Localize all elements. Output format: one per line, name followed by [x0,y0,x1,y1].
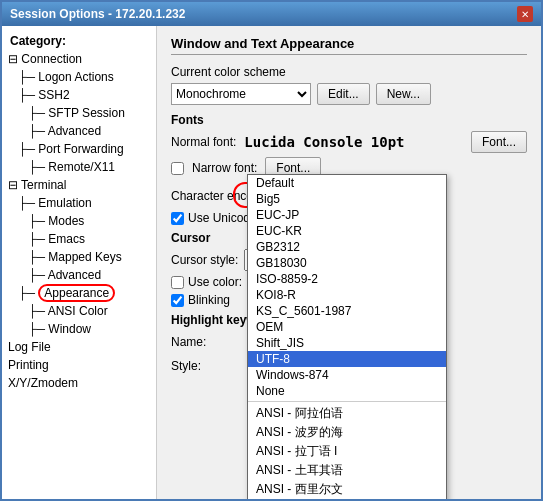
cursor-style-label: Cursor style: [171,253,238,267]
blinking-label: Blinking [188,293,230,307]
dropdown-item[interactable]: Default [248,175,446,191]
encoding-dropdown[interactable]: DefaultBig5EUC-JPEUC-KRGB2312GB18030ISO-… [247,174,447,499]
dropdown-item[interactable]: UTF-8 [248,351,446,367]
dropdown-item[interactable]: KS_C_5601-1987 [248,303,446,319]
session-options-window: Session Options - 172.20.1.232 ✕ Categor… [0,0,543,501]
dropdown-item[interactable]: EUC-JP [248,207,446,223]
dropdown-separator [248,401,446,402]
sidebar-item-sftp-session[interactable]: ├─ SFTP Session [2,104,156,122]
normal-font-value: Lucida Console 10pt [244,134,463,150]
sidebar-item-advanced-ssh2[interactable]: ├─ Advanced [2,122,156,140]
edit-button[interactable]: Edit... [317,83,370,105]
sidebar-item-remote-x11[interactable]: ├─ Remote/X11 [2,158,156,176]
sidebar-item-emacs[interactable]: ├─ Emacs [2,230,156,248]
dropdown-item[interactable]: GB18030 [248,255,446,271]
dropdown-item[interactable]: Windows-874 [248,367,446,383]
normal-font-button[interactable]: Font... [471,131,527,153]
fonts-label: Fonts [171,113,527,127]
dropdown-item[interactable]: KOI8-R [248,287,446,303]
new-button[interactable]: New... [376,83,431,105]
dropdown-item[interactable]: ANSI - 土耳其语 [248,461,446,480]
narrow-font-label: Narrow font: [192,161,257,175]
color-scheme-row: Monochrome Edit... New... [171,83,527,105]
sidebar-item-connection[interactable]: ⊟ Connection [2,50,156,68]
narrow-font-checkbox[interactable] [171,162,184,175]
dropdown-item[interactable]: OEM [248,319,446,335]
fonts-section: Fonts Normal font: Lucida Console 10pt F… [171,113,527,179]
dropdown-item[interactable]: Shift_JIS [248,335,446,351]
normal-font-row: Normal font: Lucida Console 10pt Font... [171,131,527,153]
main-content: Category: ⊟ Connection├─ Logon Actions├─… [2,26,541,499]
blinking-checkbox[interactable] [171,294,184,307]
category-label: Category: [2,32,156,50]
sidebar-item-printing[interactable]: Printing [2,356,156,374]
section-title: Window and Text Appearance [171,36,527,55]
sidebar-item-mapped-keys[interactable]: ├─ Mapped Keys [2,248,156,266]
normal-font-label: Normal font: [171,135,236,149]
dropdown-item[interactable]: ISO-8859-2 [248,271,446,287]
sidebar-item-ssh2[interactable]: ├─ SSH2 [2,86,156,104]
dropdown-item[interactable]: ANSI - 波罗的海 [248,423,446,442]
dropdown-item[interactable]: ANSI - 西里尔文 [248,480,446,499]
dropdown-item[interactable]: ANSI - 阿拉伯语 [248,404,446,423]
color-scheme-select[interactable]: Monochrome [171,83,311,105]
sidebar-item-terminal[interactable]: ⊟ Terminal [2,176,156,194]
sidebar-item-appearance[interactable]: ├─ Appearance [2,284,156,302]
use-color-checkbox[interactable] [171,276,184,289]
sidebar-item-xyz-modem[interactable]: X/Y/Zmodem [2,374,156,392]
sidebar-item-modes[interactable]: ├─ Modes [2,212,156,230]
dropdown-item[interactable]: EUC-KR [248,223,446,239]
close-button[interactable]: ✕ [517,6,533,22]
sidebar-item-log-file[interactable]: Log File [2,338,156,356]
dropdown-item[interactable]: GB2312 [248,239,446,255]
sidebar-item-logon-actions[interactable]: ├─ Logon Actions [2,68,156,86]
sidebar-item-emulation[interactable]: ├─ Emulation [2,194,156,212]
main-panel: Window and Text Appearance Current color… [157,26,541,499]
category-sidebar: Category: ⊟ Connection├─ Logon Actions├─… [2,26,157,499]
dropdown-item[interactable]: Big5 [248,191,446,207]
title-bar: Session Options - 172.20.1.232 ✕ [2,2,541,26]
dropdown-item[interactable]: ANSI - 拉丁语 I [248,442,446,461]
sidebar-item-window[interactable]: ├─ Window [2,320,156,338]
window-title: Session Options - 172.20.1.232 [10,7,185,21]
use-color-label: Use color: [188,275,242,289]
sidebar-item-ansi-color[interactable]: ├─ ANSI Color [2,302,156,320]
sidebar-item-port-forwarding[interactable]: ├─ Port Forwarding [2,140,156,158]
category-tree: ⊟ Connection├─ Logon Actions├─ SSH2├─ SF… [2,50,156,392]
dropdown-item[interactable]: None [248,383,446,399]
unicode-checkbox[interactable] [171,212,184,225]
color-scheme-label: Current color scheme [171,65,527,79]
sidebar-item-advanced-terminal[interactable]: ├─ Advanced [2,266,156,284]
